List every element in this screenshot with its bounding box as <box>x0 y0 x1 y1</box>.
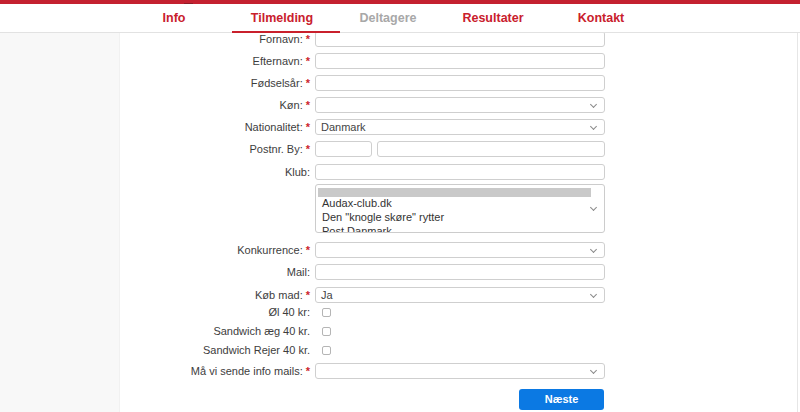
nav-item-resultater[interactable]: Resultater <box>462 4 523 33</box>
form-row-kon: Køn:* <box>120 97 620 113</box>
nationalitet-select[interactable]: Danmark <box>315 119 605 135</box>
postnr-by-label: Postnr. By:* <box>120 141 310 157</box>
required-marker: * <box>306 244 310 256</box>
form-row-fornavn: Fornavn:* <box>120 33 620 47</box>
form-row-sandwich-aeg: Sandwich æg 40 kr. <box>120 324 620 339</box>
chevron-down-icon <box>590 204 597 211</box>
required-marker: * <box>306 55 310 67</box>
form-row-kob-mad: Køb mad:* Ja <box>120 287 620 303</box>
klub-option-blank-selected[interactable] <box>318 188 591 197</box>
chevron-down-icon <box>590 101 597 108</box>
nav-item-info[interactable]: Info <box>163 4 186 33</box>
klub-input[interactable] <box>315 164 605 180</box>
form-row-efternavn: Efternavn:* <box>120 53 620 69</box>
klub-option[interactable]: Den "knogle skøre" rytter <box>322 211 444 223</box>
main-nav: Info Tilmelding Deltagere Resultater Kon… <box>0 4 800 33</box>
ol-checkbox[interactable] <box>322 308 331 317</box>
info-mails-label: Må vi sende info mails:* <box>120 363 310 379</box>
required-marker: * <box>306 77 310 89</box>
required-marker: * <box>306 143 310 155</box>
konkurrence-select[interactable] <box>315 242 605 258</box>
nav-item-kontakt[interactable]: Kontakt <box>578 4 625 33</box>
form-row-sandwich-rejer: Sandwich Rejer 40 kr. <box>120 343 620 358</box>
mail-input[interactable] <box>315 264 605 280</box>
nav-item-tilmelding[interactable]: Tilmelding <box>251 4 313 33</box>
chevron-down-icon <box>590 246 597 253</box>
kon-label: Køn:* <box>120 97 310 113</box>
fornavn-label: Fornavn:* <box>120 33 310 47</box>
nationalitet-label: Nationalitet:* <box>120 119 310 135</box>
form-row-mail: Mail: <box>120 264 620 280</box>
ol-label: Øl 40 kr: <box>120 305 310 320</box>
sandwich-rejer-label: Sandwich Rejer 40 kr. <box>120 343 310 358</box>
form-row-klub: Klub: <box>120 164 620 180</box>
by-input[interactable] <box>377 141 605 157</box>
nav-item-deltagere: Deltagere <box>360 4 417 33</box>
fodselsar-label: Fødselsår:* <box>120 75 310 91</box>
form-row-info-mails: Må vi sende info mails:* <box>120 363 620 379</box>
required-marker: * <box>306 289 310 301</box>
left-panel <box>0 33 120 412</box>
klub-label: Klub: <box>120 164 310 180</box>
info-mails-select[interactable] <box>315 363 605 379</box>
kob-mad-label: Køb mad:* <box>120 287 310 303</box>
klub-option[interactable]: Post Danmark <box>322 225 392 233</box>
required-marker: * <box>306 121 310 133</box>
kon-select[interactable] <box>315 97 605 113</box>
klub-options-listbox[interactable]: Audax-club.dk Den "knogle skøre" rytter … <box>315 184 605 233</box>
required-marker: * <box>306 365 310 377</box>
efternavn-label: Efternavn:* <box>120 53 310 69</box>
fodselsar-input[interactable] <box>315 75 605 91</box>
konkurrence-label: Konkurrence:* <box>120 242 310 258</box>
kob-mad-select[interactable]: Ja <box>315 287 605 303</box>
chevron-down-icon <box>590 367 597 374</box>
form-row-nationalitet: Nationalitet:* Danmark <box>120 119 620 135</box>
page: Info Tilmelding Deltagere Resultater Kon… <box>0 0 800 412</box>
registration-form: Fornavn:* Efternavn:* Fødselsår:* Køn:* … <box>120 33 800 412</box>
required-marker: * <box>306 99 310 111</box>
form-row-postnr-by: Postnr. By:* <box>120 141 620 157</box>
fornavn-input[interactable] <box>315 33 605 47</box>
sandwich-aeg-label: Sandwich æg 40 kr. <box>120 324 310 339</box>
content-right-border <box>797 33 798 412</box>
naeste-button[interactable]: Næste <box>519 389 604 410</box>
required-marker: * <box>306 33 310 45</box>
klub-option[interactable]: Audax-club.dk <box>322 197 392 209</box>
mail-label: Mail: <box>120 264 310 280</box>
form-row-konkurrence: Konkurrence:* <box>120 242 620 258</box>
form-row-fodselsar: Fødselsår:* <box>120 75 620 91</box>
form-row-ol: Øl 40 kr: <box>120 305 620 320</box>
efternavn-input[interactable] <box>315 53 605 69</box>
sandwich-rejer-checkbox[interactable] <box>322 346 331 355</box>
sandwich-aeg-checkbox[interactable] <box>322 327 331 336</box>
postnr-input[interactable] <box>315 141 372 157</box>
